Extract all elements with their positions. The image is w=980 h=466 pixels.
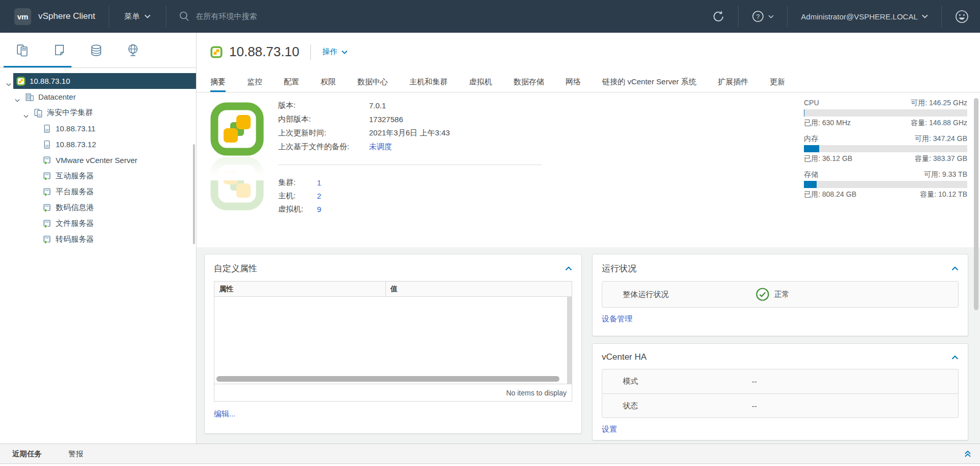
tab-monitor[interactable]: 监控 xyxy=(247,73,262,92)
backup-not-scheduled-link[interactable]: 未调度 xyxy=(369,142,392,152)
sidebar-scrollbar[interactable] xyxy=(193,144,195,244)
actions-menu-button[interactable]: 操作 xyxy=(322,47,348,57)
chevron-down-icon[interactable] xyxy=(23,111,29,120)
count-row-clusters: 集群: 1 xyxy=(278,176,321,189)
table-footer: No items to display xyxy=(214,384,572,401)
tab-networks[interactable]: 网络 xyxy=(566,73,581,92)
vcenter-ha-panel: vCenter HA 模式 -- 状态 -- 设置 xyxy=(592,343,968,440)
ha-state-value: -- xyxy=(752,402,757,410)
tree-row-cluster[interactable]: 海安中学集群 xyxy=(0,105,196,121)
chevron-up-icon xyxy=(565,266,572,271)
count-row-vms: 虚拟机: 9 xyxy=(278,202,321,216)
datacenter-icon xyxy=(25,92,34,102)
user-menu-button[interactable]: Administrator@VSPHERE.LOCAL xyxy=(788,12,941,21)
tab-hosts-and-clusters[interactable] xyxy=(4,33,41,67)
vcenter-icon xyxy=(210,46,223,58)
chevron-down-icon xyxy=(922,14,928,18)
tab-extensions[interactable]: 扩展插件 xyxy=(718,73,748,92)
tab-vms-and-templates[interactable] xyxy=(41,33,78,67)
chevron-down-icon xyxy=(144,14,151,18)
hosts-and-clusters-icon xyxy=(16,43,30,57)
edit-attributes-link[interactable]: 编辑... xyxy=(214,409,236,419)
tab-storage[interactable] xyxy=(78,33,114,67)
tree-item-label: Datacenter xyxy=(38,92,76,101)
info-row-build: 内部版本: 17327586 xyxy=(278,112,450,126)
object-tabs: 摘要 监控 配置 权限 数据中心 主机和集群 虚拟机 数据存储 网络 链接的 v… xyxy=(210,73,806,92)
tree-row-host[interactable]: 10.88.73.11 xyxy=(0,121,196,136)
refresh-button[interactable] xyxy=(699,10,738,23)
inventory-sidebar: 10.88.73.10 xyxy=(0,33,197,444)
column-header-attribute[interactable]: 属性 xyxy=(214,282,386,296)
memory-meter: 内存 可用: 347.24 GB 已用: 36.12 GB 容量: 383.37… xyxy=(804,134,967,164)
logo-reflection-fade xyxy=(210,157,264,180)
table-horizontal-scrollbar[interactable] xyxy=(216,376,559,382)
memory-usage-fill xyxy=(804,145,819,152)
help-menu-button[interactable]: ? xyxy=(739,10,787,22)
alarms-button[interactable]: 警报 xyxy=(68,449,83,459)
tree-row-vm[interactable]: 平台服务器 xyxy=(0,184,196,200)
tab-updates[interactable]: 更新 xyxy=(770,73,785,92)
empty-table-message: No items to display xyxy=(506,389,567,397)
chevron-down-icon[interactable] xyxy=(6,79,11,88)
main-scrollbar[interactable] xyxy=(974,98,978,310)
health-ok-icon xyxy=(755,287,770,301)
inventory-view-tabs xyxy=(0,33,196,68)
tab-networking[interactable] xyxy=(114,33,151,67)
tab-datastores[interactable]: 数据存储 xyxy=(513,73,544,92)
smiley-icon xyxy=(955,10,969,24)
clusters-count-link[interactable]: 1 xyxy=(317,178,321,187)
collapse-panel-button[interactable] xyxy=(565,266,572,271)
health-status: 正常 xyxy=(755,287,790,301)
recent-tasks-button[interactable]: 近期任务 xyxy=(12,449,42,459)
vm-powered-on-icon xyxy=(42,172,52,181)
tree-row-vm[interactable]: 转码服务器 xyxy=(0,231,196,247)
object-header: 10.88.73.10 操作 摘要 监控 配置 权限 数据中心 主机和集群 虚拟… xyxy=(197,33,980,92)
tab-linked-vcenter[interactable]: 链接的 vCenter Server 系统 xyxy=(602,73,696,92)
version-info: 版本: 7.0.1 内部版本: 17327586 上次更新时间: 2021年3月… xyxy=(278,99,450,154)
help-icon: ? xyxy=(752,10,764,22)
vms-count-link[interactable]: 9 xyxy=(317,205,321,214)
collapse-panel-button[interactable] xyxy=(951,266,959,271)
vcenter-icon xyxy=(16,77,26,86)
vm-powered-on-icon xyxy=(42,203,52,213)
actions-label: 操作 xyxy=(322,47,337,57)
chevron-up-icon xyxy=(951,266,959,271)
storage-meter: 存储 可用: 9.33 TB 已用: 808.24 GB 容量: 10.12 T… xyxy=(804,170,967,199)
chevron-down-icon xyxy=(768,15,774,18)
vm-powered-on-icon xyxy=(42,188,52,197)
panel-title: vCenter HA xyxy=(602,352,647,362)
meter-capacity: 容量: 383.37 GB xyxy=(915,154,967,164)
bottom-bar: 近期任务 警报 xyxy=(0,444,980,464)
tree-row-vm[interactable]: VMware vCenter Server xyxy=(0,152,196,168)
vm-powered-on-icon xyxy=(42,219,52,228)
tab-summary[interactable]: 摘要 xyxy=(210,73,226,92)
ha-settings-link[interactable]: 设置 xyxy=(602,425,617,434)
table-vertical-scrollbar[interactable] xyxy=(567,297,572,384)
tab-datacenters[interactable]: 数据中心 xyxy=(357,73,388,92)
tree-row-datacenter[interactable]: Datacenter xyxy=(0,89,196,105)
tab-permissions[interactable]: 权限 xyxy=(321,73,336,92)
global-search[interactable]: 在所有环境中搜索 xyxy=(179,11,257,22)
menu-button[interactable]: 菜单 xyxy=(125,12,151,21)
column-header-value[interactable]: 值 xyxy=(386,285,398,294)
collapse-panel-button[interactable] xyxy=(951,355,959,360)
appliance-management-link[interactable]: 设备管理 xyxy=(602,314,632,324)
tree-row-vm[interactable]: 数码信息港 xyxy=(0,200,196,216)
cluster-icon xyxy=(34,108,43,118)
vmware-logo[interactable]: vm xyxy=(14,8,31,25)
ha-state-label: 状态 xyxy=(623,401,638,411)
tab-vms[interactable]: 虚拟机 xyxy=(469,73,492,92)
collapse-tasks-pane-button[interactable] xyxy=(964,450,972,458)
hosts-count-link[interactable]: 2 xyxy=(317,192,321,200)
tree-row-vcenter[interactable]: 10.88.73.10 xyxy=(0,73,196,89)
overall-health-row: 整体运行状况 正常 xyxy=(602,281,959,308)
tab-configure[interactable]: 配置 xyxy=(284,73,299,92)
top-bar: vm vSphere Client 菜单 在所有环境中搜索 xyxy=(0,0,980,33)
header-divider xyxy=(310,44,311,60)
tab-hosts-clusters[interactable]: 主机和集群 xyxy=(409,73,448,92)
tree-row-host[interactable]: 10.88.73.12 xyxy=(0,136,196,152)
tree-row-vm[interactable]: 文件服务器 xyxy=(0,216,196,231)
chevron-down-icon[interactable] xyxy=(15,95,20,104)
feedback-button[interactable] xyxy=(942,10,980,24)
tree-row-vm[interactable]: 互动服务器 xyxy=(0,168,196,184)
